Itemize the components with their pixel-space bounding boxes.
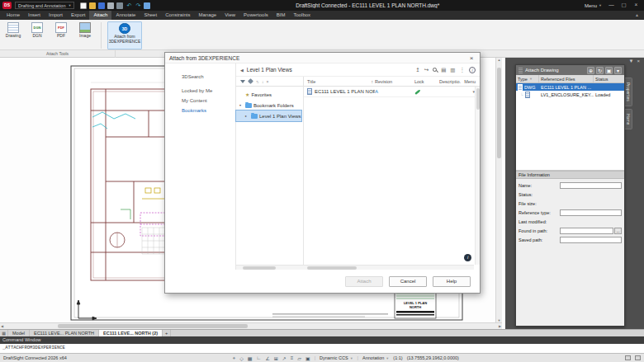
- assistant-info-button[interactable]: i: [464, 254, 471, 261]
- more-icon[interactable]: ⋮: [460, 67, 466, 73]
- annotation-scale-selector[interactable]: Annotation ▼: [362, 355, 389, 360]
- tree-item-favorites[interactable]: ★Favorites: [236, 89, 301, 100]
- ribbon-tab-insert[interactable]: Insert: [24, 11, 45, 20]
- scrollbar-thumb[interactable]: [476, 88, 480, 110]
- palette-column-referenced-files[interactable]: Referenced Files: [539, 75, 594, 82]
- print-icon[interactable]: [107, 2, 114, 9]
- undo-icon[interactable]: ↶: [125, 2, 132, 9]
- field-input[interactable]: [560, 237, 622, 243]
- image-button[interactable]: Image: [75, 21, 95, 49]
- palette-tab-home[interactable]: Home: [625, 109, 632, 129]
- field-input[interactable]: [560, 182, 622, 189]
- cancel-button[interactable]: Cancel: [389, 276, 427, 287]
- reference-table-empty[interactable]: [516, 98, 624, 171]
- annotation-monitor-toggle-icon[interactable]: ▣: [305, 355, 310, 361]
- filter-icon[interactable]: [240, 80, 245, 83]
- options-icon[interactable]: ▾: [614, 67, 622, 74]
- reference-row[interactable]: DWGEC111 LEVEL 1 PLAN ...: [516, 83, 624, 91]
- info-icon[interactable]: i: [469, 67, 476, 73]
- open-icon[interactable]: [89, 2, 96, 9]
- share-icon[interactable]: ↪: [424, 67, 429, 73]
- nav-item-my-content[interactable]: My Content: [165, 96, 235, 106]
- redo-icon[interactable]: ↷: [135, 2, 141, 9]
- entity-snap-toggle-icon[interactable]: ⊞: [274, 355, 278, 361]
- menu-button[interactable]: Menu ▼: [585, 3, 602, 8]
- ribbon-collapse-icon[interactable]: ▲: [635, 11, 639, 20]
- sheet-tab-ec111-leve-plan-north[interactable]: EC111 LEVE... PLAN NORTH: [30, 330, 99, 336]
- ribbon-tab-constraints[interactable]: Constraints: [161, 11, 194, 20]
- plot-preview-icon[interactable]: [116, 2, 123, 9]
- ribbon-tab-attach[interactable]: Attach: [89, 11, 111, 20]
- drawing-button[interactable]: Drawing: [3, 21, 23, 49]
- refresh-icon[interactable]: ↻: [596, 67, 604, 74]
- search-icon[interactable]: [433, 68, 437, 72]
- close-palette-icon[interactable]: ×: [637, 59, 640, 63]
- scroll-right-icon[interactable]: ▶: [499, 324, 501, 328]
- workspace-icon[interactable]: [625, 355, 631, 360]
- attach-button[interactable]: Attach: [345, 276, 383, 287]
- ribbon-tab-manage[interactable]: Manage: [194, 11, 220, 20]
- browse-button[interactable]: ...: [614, 228, 622, 234]
- ribbon-tab-bim[interactable]: BIM: [272, 11, 290, 20]
- canvas-vertical-scrollbar[interactable]: ▲ ▼: [495, 58, 502, 322]
- ortho-toggle-icon[interactable]: ∟: [257, 355, 262, 361]
- column-header-revision[interactable]: Revision: [375, 79, 414, 84]
- ribbon-tab-import[interactable]: Import: [45, 11, 67, 20]
- ccs-selector[interactable]: Dynamic CCS ▼: [320, 355, 353, 360]
- sort-ascending-icon[interactable]: ↑↓: [256, 79, 258, 84]
- sheet-tab-ec111-leve-north-2[interactable]: EC111 LEVE... NORTH (2): [99, 330, 163, 336]
- attach-reference-icon[interactable]: ⊕: [587, 67, 594, 74]
- field-input[interactable]: [560, 228, 613, 234]
- tree-item-level-1-plan-views[interactable]: ▸Level 1 Plan Views: [236, 110, 301, 121]
- new-sheet-button[interactable]: +: [163, 330, 171, 336]
- properties-icon[interactable]: [144, 2, 150, 9]
- pointer-toggle-icon[interactable]: ⌖: [233, 355, 235, 361]
- ribbon-tab-home[interactable]: Home: [2, 11, 24, 20]
- nav-item-bookmarks[interactable]: Bookmarks: [165, 106, 235, 115]
- export-icon[interactable]: ↥: [415, 67, 419, 73]
- sort-order-icon[interactable]: ↓: [262, 79, 263, 84]
- ribbon-tab-sheet[interactable]: Sheet: [140, 11, 161, 20]
- scroll-left-icon[interactable]: ◀: [1, 324, 3, 328]
- scale-label[interactable]: (1:1): [393, 355, 402, 360]
- clear-filter-icon[interactable]: ×: [267, 79, 268, 84]
- scroll-up-icon[interactable]: ▲: [498, 58, 501, 62]
- canvas-horizontal-scrollbar[interactable]: ◀ ▶: [0, 322, 502, 329]
- minimize-button[interactable]: —: [606, 1, 617, 10]
- lock-ui-icon[interactable]: [635, 355, 641, 360]
- lineweight-toggle-icon[interactable]: ≡: [291, 355, 294, 361]
- column-header-title[interactable]: Title↕: [304, 79, 375, 84]
- auto-hide-icon[interactable]: ▼: [629, 59, 634, 63]
- nav-item-3dsearch[interactable]: 3DSearch: [165, 72, 235, 82]
- sheet-list-icon[interactable]: ▦: [0, 330, 8, 336]
- column-header-lock[interactable]: Lock: [414, 79, 439, 84]
- tree-item-bookmark-folders[interactable]: ▾Bookmark Folders: [236, 100, 301, 110]
- columns-icon[interactable]: ▥: [450, 67, 455, 73]
- workspace-dropdown[interactable]: Drafting and Annotation ▼: [15, 2, 74, 9]
- snap-toggle-icon[interactable]: ◇: [239, 355, 244, 361]
- list-vertical-scrollbar[interactable]: [475, 87, 480, 265]
- polar-toggle-icon[interactable]: ∠: [265, 355, 269, 361]
- reference-row[interactable]: └LV1_ENCLOSURE_KEY...Loaded: [516, 91, 624, 98]
- tags-icon[interactable]: [248, 78, 253, 84]
- dialog-close-icon[interactable]: ×: [467, 54, 476, 62]
- ribbon-tab-annotate[interactable]: Annotate: [111, 11, 140, 20]
- save-icon[interactable]: [98, 2, 105, 9]
- dynamic-input-toggle-icon[interactable]: ▱: [297, 355, 301, 361]
- ribbon-tab-powertools[interactable]: Powertools: [239, 11, 272, 20]
- ribbon-tab-view[interactable]: View: [220, 11, 239, 20]
- column-header-descriptio[interactable]: Descriptio...: [439, 79, 461, 84]
- command-input[interactable]: _ATTACHFROM3DEXPERIENCE: [0, 344, 644, 353]
- sheet-tab-model[interactable]: Model: [8, 330, 30, 336]
- dgn-button[interactable]: DGNDGN: [27, 21, 47, 49]
- field-input[interactable]: [560, 209, 622, 216]
- palette-column-status[interactable]: Status: [594, 75, 624, 82]
- pdf-button[interactable]: PDFPDF: [51, 21, 71, 49]
- ribbon-tab-toolbox[interactable]: Toolbox: [289, 11, 315, 20]
- nav-item-locked-by-me[interactable]: Locked by Me: [165, 86, 235, 96]
- command-window-header[interactable]: Command Window: [0, 336, 644, 344]
- scrollbar-thumb[interactable]: [497, 68, 501, 158]
- attach-from-3dexperience-button[interactable]: 3DAttach from 3DEXPERIENCE: [107, 21, 142, 49]
- scrollbar-thumb[interactable]: [58, 324, 248, 328]
- column-header-menu[interactable]: Menu: [464, 79, 480, 84]
